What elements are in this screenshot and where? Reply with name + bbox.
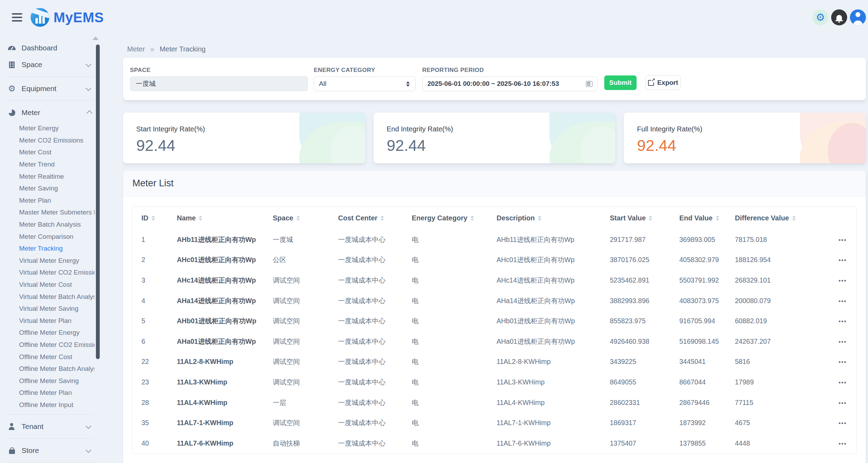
- sidebar-subitem-meter-energy[interactable]: Meter Energy: [0, 122, 95, 135]
- column-header-cost-center[interactable]: Cost Center: [338, 207, 412, 229]
- sidebar-subitem-meter-co2-emissions[interactable]: Meter CO2 Emissions: [0, 135, 95, 147]
- column-header-description[interactable]: Description: [497, 207, 610, 229]
- cell-energy-category: 电: [412, 229, 497, 250]
- sidebar-subitem-meter-saving[interactable]: Meter Saving: [0, 182, 95, 195]
- sidebar-subitem-offline-meter-saving[interactable]: Offline Meter Saving: [0, 375, 95, 387]
- column-header-end-value[interactable]: End Value: [679, 207, 735, 229]
- cell-start-value: 291717.987: [610, 229, 679, 250]
- row-actions-button[interactable]: •••: [838, 440, 847, 447]
- gear-icon: ⚙: [8, 84, 16, 93]
- cell-start-value: 4926460.938: [610, 331, 679, 352]
- sort-icon[interactable]: [152, 216, 155, 221]
- sidebar-scrollbar[interactable]: [96, 44, 100, 359]
- sidebar-subitem-virtual-meter-cost[interactable]: Virtual Meter Cost: [0, 279, 95, 291]
- export-button[interactable]: Export: [646, 75, 681, 90]
- row-actions-button[interactable]: •••: [838, 339, 847, 345]
- sort-icon[interactable]: [380, 216, 384, 221]
- row-actions-button[interactable]: •••: [838, 359, 847, 365]
- column-header-energy-category[interactable]: Energy Category: [412, 207, 497, 229]
- user-avatar-button[interactable]: [850, 9, 866, 25]
- energy-category-field: ENERGY CATEGORY All: [314, 67, 416, 91]
- cell-difference-value: 4675: [735, 413, 808, 433]
- row-actions-button[interactable]: •••: [838, 277, 847, 284]
- cell-space: 调试空间: [273, 311, 338, 331]
- settings-button[interactable]: ⚙: [812, 9, 828, 25]
- sidebar-subitem-meter-comparison[interactable]: Meter Comparison: [0, 230, 95, 243]
- sidebar-subitem-meter-tracking[interactable]: Meter Tracking: [0, 243, 95, 255]
- sidebar-scroll-up-icon[interactable]: [92, 36, 99, 40]
- column-label: Name: [177, 214, 196, 222]
- sidebar-subitem-offline-meter-energy[interactable]: Offline Meter Energy: [0, 327, 95, 339]
- sidebar-item-store[interactable]: Store: [0, 442, 95, 459]
- sidebar-subitem-offline-meter-cost[interactable]: Offline Meter Cost: [0, 351, 95, 363]
- column-header-id[interactable]: ID: [132, 207, 177, 229]
- sidebar-subitem-meter-plan[interactable]: Meter Plan: [0, 195, 95, 207]
- sidebar-subitem-master-meter-submeters-balance[interactable]: Master Meter Submeters Balance: [0, 206, 95, 219]
- sidebar-subitem-meter-cost[interactable]: Meter Cost: [0, 146, 95, 159]
- breadcrumb-parent[interactable]: Meter: [127, 45, 145, 53]
- cell-space: 一层: [273, 392, 338, 413]
- sidebar-subitem-virtual-meter-plan[interactable]: Virtual Meter Plan: [0, 315, 95, 327]
- column-header-difference-value[interactable]: Difference Value: [735, 207, 808, 229]
- cell-cost-center: 一度城成本中心: [338, 291, 412, 311]
- sidebar-subitem-virtual-meter-batch-analysis[interactable]: Virtual Meter Batch Analysis: [0, 291, 95, 303]
- sort-icon[interactable]: [792, 216, 796, 221]
- cell-energy-category: 电: [412, 270, 497, 291]
- notifications-button[interactable]: [831, 9, 847, 25]
- cell-description: AHa14进线柜正向有功Wp: [497, 291, 610, 311]
- space-input[interactable]: [130, 76, 308, 91]
- sidebar-item-equipment[interactable]: ⚙Equipment: [0, 80, 95, 97]
- bell-icon: [836, 15, 842, 20]
- row-actions-button[interactable]: •••: [838, 298, 847, 304]
- reporting-period-input[interactable]: 2025-06-01 00:00:00 ~ 2025-06-10 16:07:5…: [422, 76, 598, 91]
- cell-space: 公区: [273, 250, 338, 270]
- row-actions-button[interactable]: •••: [838, 400, 847, 406]
- cell-difference-value: 78175.018: [735, 229, 808, 250]
- sort-icon[interactable]: [470, 216, 474, 221]
- sidebar-subitem-meter-realtime[interactable]: Meter Realtime: [0, 170, 95, 182]
- column-header-start-value[interactable]: Start Value: [610, 207, 679, 229]
- row-actions-button[interactable]: •••: [838, 237, 847, 243]
- sidebar-item-tenant[interactable]: Tenant: [0, 418, 95, 435]
- sidebar-subitem-offline-meter-batch-analysis[interactable]: Offline Meter Batch Analysis: [0, 363, 95, 375]
- stat-label: Start Integrity Rate(%): [136, 125, 365, 133]
- column-header-space[interactable]: Space: [273, 207, 338, 229]
- sidebar-subitem-virtual-meter-saving[interactable]: Virtual Meter Saving: [0, 303, 95, 315]
- avatar-icon: [855, 12, 860, 17]
- sidebar-item-meter[interactable]: Meter: [0, 104, 95, 121]
- row-actions-button[interactable]: •••: [838, 318, 847, 325]
- cell-energy-category: 电: [412, 331, 497, 352]
- submit-button[interactable]: Submit: [604, 75, 637, 90]
- sidebar-subitem-meter-batch-analysis[interactable]: Meter Batch Analysis: [0, 219, 95, 231]
- sidebar-subitem-offline-meter-plan[interactable]: Offline Meter Plan: [0, 387, 95, 399]
- sidebar-divider: [7, 76, 94, 77]
- cell-difference-value: 4448: [735, 433, 808, 454]
- sidebar-item-dashboard[interactable]: Dashboard: [0, 40, 95, 56]
- row-actions-button[interactable]: •••: [838, 379, 847, 386]
- sort-icon[interactable]: [199, 216, 202, 221]
- sidebar-subitem-offline-meter-co2-emissions[interactable]: Offline Meter CO2 Emissions: [0, 339, 95, 351]
- export-icon: [648, 80, 654, 86]
- cell-cost-center: 一度城成本中心: [338, 229, 412, 250]
- sidebar-item-space[interactable]: Space: [0, 56, 95, 73]
- cell-end-value: 5169098.145: [679, 331, 735, 352]
- sidebar-subitem-virtual-meter-co2-emissions[interactable]: Virtual Meter CO2 Emissions: [0, 267, 95, 279]
- sidebar-subitem-meter-trend[interactable]: Meter Trend: [0, 159, 95, 171]
- cell-name: AHa01进线柜正向有功Wp: [177, 331, 273, 352]
- sort-icon[interactable]: [649, 216, 652, 221]
- energy-category-select[interactable]: All: [314, 76, 416, 91]
- sort-icon[interactable]: [296, 216, 300, 221]
- column-header-name[interactable]: Name: [177, 207, 273, 229]
- sort-icon[interactable]: [716, 216, 719, 221]
- row-actions-button[interactable]: •••: [838, 257, 847, 263]
- sidebar-subitem-offline-meter-input[interactable]: Offline Meter Input: [0, 399, 95, 411]
- brand-logo[interactable]: MyEMS: [31, 8, 104, 27]
- column-label: End Value: [679, 214, 713, 222]
- table-row: 1AHb11进线柜正向有功Wp一度城一度城成本中心电AHb11进线柜正向有功Wp…: [132, 229, 857, 250]
- row-actions-button[interactable]: •••: [838, 420, 847, 427]
- sidebar-subitem-virtual-meter-energy[interactable]: Virtual Meter Energy: [0, 255, 95, 267]
- hamburger-menu-icon[interactable]: [12, 13, 22, 22]
- sort-icon[interactable]: [538, 216, 541, 221]
- cell-end-value: 3445041: [679, 352, 735, 372]
- cell-difference-value: 268329.101: [735, 270, 808, 291]
